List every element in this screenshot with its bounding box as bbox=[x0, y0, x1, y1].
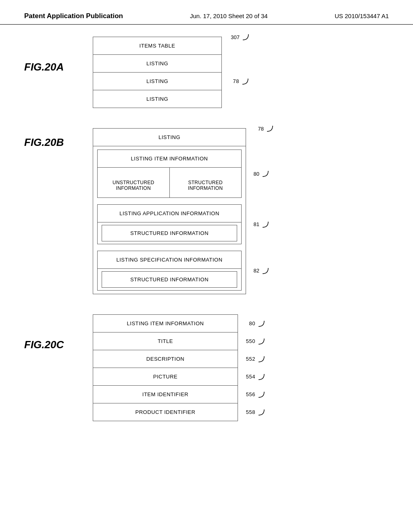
ref78-arc-icon-20b bbox=[265, 124, 274, 133]
unstructured-info-col: UNSTRUCTURED INFORMATION bbox=[98, 168, 170, 197]
header-publication-label: Patent Application Publication bbox=[24, 12, 123, 20]
listing-app-info-section: LISTING APPLICATION INFORMATION STRUCTUR… bbox=[97, 204, 242, 244]
ref81-arc-icon bbox=[261, 220, 270, 229]
ref550-label: 550 bbox=[246, 338, 255, 344]
structured-info-col: STRUCTURED INFORMATION bbox=[170, 168, 242, 197]
ref558-arc-icon bbox=[257, 408, 266, 417]
ref82-label: 82 bbox=[254, 268, 259, 274]
ref80-arc-icon bbox=[261, 169, 270, 178]
ref78-callout-20b: 78 bbox=[258, 124, 274, 133]
ref556-label: 556 bbox=[246, 391, 255, 397]
ref552-callout: 552 bbox=[246, 355, 266, 364]
ref558-callout: 558 bbox=[246, 408, 266, 417]
picture-row: PICTURE 554 bbox=[93, 368, 238, 386]
fig20a-label: FIG.20A bbox=[24, 37, 81, 73]
ref81-label: 81 bbox=[254, 221, 259, 227]
page-header: Patent Application Publication Jun. 17, … bbox=[0, 0, 413, 25]
listing-item-info-header: LISTING ITEM INFORMATION bbox=[98, 150, 241, 168]
listing-spec-info-box: LISTING SPECIFICATION INFORMATION STRUCT… bbox=[97, 251, 242, 291]
ref80-callout: 80 bbox=[254, 169, 270, 178]
description-row: DESCRIPTION 552 bbox=[93, 350, 238, 368]
fig20b-diagram: 78 LISTING LISTING ITEM INFORMATIO bbox=[93, 128, 389, 294]
fig20c-label: FIG.20C bbox=[24, 314, 81, 351]
spec-structured-info-box: STRUCTURED INFORMATION bbox=[102, 271, 237, 288]
listing-spec-info-section: LISTING SPECIFICATION INFORMATION STRUCT… bbox=[97, 251, 242, 291]
listing-spec-info-header: LISTING SPECIFICATION INFORMATION bbox=[98, 251, 241, 269]
listing-row-3: LISTING bbox=[93, 90, 221, 108]
fig20c-diagram: LISTING ITEM INFORMATION 80 TITLE 550 bbox=[93, 314, 389, 421]
item-identifier-row: ITEM IDENTIFIER 556 bbox=[93, 386, 238, 403]
ref552-arc-icon bbox=[257, 355, 266, 364]
items-table-box: ITEMS TABLE LISTING LISTING 78 bbox=[93, 37, 222, 108]
listing-app-info-box: LISTING APPLICATION INFORMATION STRUCTUR… bbox=[97, 204, 242, 244]
header-patent-number: US 2010/153447 A1 bbox=[335, 12, 389, 19]
ref80-label-20c: 80 bbox=[249, 320, 255, 326]
listing-main-box: LISTING LISTING ITEM INFORMATION UNSTRUC… bbox=[93, 128, 246, 294]
ref550-arc-icon bbox=[257, 337, 266, 346]
listing-item-info-section: LISTING ITEM INFORMATION UNSTRUCTURED IN… bbox=[97, 150, 242, 198]
ref82-callout: 82 bbox=[254, 266, 270, 275]
listing-app-info-header: LISTING APPLICATION INFORMATION bbox=[98, 205, 241, 222]
ref550-callout: 550 bbox=[246, 337, 266, 346]
header-date-sheet: Jun. 17, 2010 Sheet 20 of 34 bbox=[190, 12, 268, 19]
listing-title-row: LISTING bbox=[93, 129, 246, 146]
items-table-header: ITEMS TABLE bbox=[93, 37, 221, 55]
listing-row-1: LISTING bbox=[93, 55, 221, 73]
ref307-label: 307 bbox=[231, 34, 240, 40]
ref78-callout-20a: 78 bbox=[233, 77, 250, 86]
ref80-label: 80 bbox=[254, 171, 259, 177]
main-content: FIG.20A 307 ITEMS TABLE LISTING bbox=[0, 25, 413, 433]
ref552-label: 552 bbox=[246, 356, 255, 362]
ref556-callout: 556 bbox=[246, 390, 266, 399]
ref554-label: 554 bbox=[246, 374, 255, 380]
info-split-row: UNSTRUCTURED INFORMATION STRUCTURED INFO… bbox=[98, 168, 241, 197]
app-structured-info-box: STRUCTURED INFORMATION bbox=[102, 225, 237, 241]
ref554-callout: 554 bbox=[246, 372, 266, 381]
listing-row-2: LISTING 78 bbox=[93, 73, 221, 90]
listing-item-info-box: LISTING ITEM INFORMATION UNSTRUCTURED IN… bbox=[97, 150, 242, 198]
fig20a-section: FIG.20A 307 ITEMS TABLE LISTING bbox=[24, 37, 389, 108]
ref556-arc-icon bbox=[257, 390, 266, 399]
fig20b-section: FIG.20B 78 LISTING bbox=[24, 128, 389, 294]
ref80-callout-20c: 80 bbox=[249, 319, 266, 328]
product-identifier-row: PRODUCT IDENTIFIER 558 bbox=[93, 403, 238, 421]
app-structured-info-row: STRUCTURED INFORMATION bbox=[102, 225, 237, 241]
ref81-callout: 81 bbox=[254, 220, 270, 229]
ref558-label: 558 bbox=[246, 409, 255, 415]
ref307-callout: 307 bbox=[231, 33, 250, 42]
ref80-arc-icon-20c bbox=[257, 319, 266, 328]
ref78-label-20a: 78 bbox=[233, 78, 239, 84]
ref78-label-20b: 78 bbox=[258, 126, 264, 132]
fig20a-diagram: 307 ITEMS TABLE LISTING LISTING bbox=[93, 37, 389, 108]
ref78-arc-icon-20a bbox=[241, 77, 250, 86]
ref554-arc-icon bbox=[257, 372, 266, 381]
listing-item-info-title-row: LISTING ITEM INFORMATION 80 bbox=[93, 315, 238, 332]
listing-item-info-main-box: LISTING ITEM INFORMATION 80 TITLE 550 bbox=[93, 314, 238, 421]
fig20b-label: FIG.20B bbox=[24, 128, 81, 149]
ref307-arc-icon bbox=[241, 33, 250, 42]
ref82-arc-icon bbox=[261, 266, 270, 275]
title-row: TITLE 550 bbox=[93, 332, 238, 350]
fig20c-section: FIG.20C LISTING ITEM INFORMATION 80 bbox=[24, 314, 389, 421]
spec-structured-info-row: STRUCTURED INFORMATION bbox=[102, 272, 237, 287]
